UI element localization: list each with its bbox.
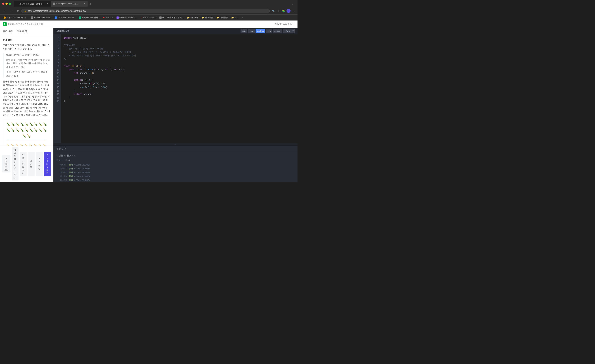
bookmark-star-icon[interactable]: ☆ [277, 9, 280, 13]
reload-button[interactable]: ↻ [15, 8, 20, 13]
add-test-button[interactable]: 테스트 케이스 추가하기 [12, 147, 19, 181]
url-text: school.programmers.co.kr/learn/courses/3… [28, 10, 86, 12]
bookmark-label-4: 커밋(commit) 날파... [82, 16, 100, 19]
bottle: 🍾 [34, 127, 38, 133]
new-tab-button[interactable]: + [88, 1, 93, 7]
left-panel: 콜라 문제 제출 내역 문제 설명 오래전 유행했던 콜라 문제가 있습니다. … [0, 28, 53, 182]
extension-icon[interactable]: 🧩 [281, 9, 286, 13]
bookmark-folder-1[interactable]: 📁 5월 채용 [185, 16, 200, 19]
bookmark-label-2: tony9402/baekjoo... [34, 16, 51, 19]
bottle: 🍾 [29, 122, 33, 127]
bottle: 🍾 [43, 127, 47, 133]
problem-content: 문제 설명 오래전 유행했던 콜라 문제가 있습니다. 콜라 문제의 지문은 다… [0, 35, 53, 146]
help-link[interactable]: 도움말 [275, 22, 282, 26]
reset-button[interactable]: 초기화 [28, 152, 35, 176]
bottle: 🍾 [43, 143, 47, 146]
compile-options-link[interactable]: 컴파일 옵션 [283, 22, 295, 26]
submit-button[interactable]: 제출 후 채점하기 [44, 152, 51, 176]
maximize-button[interactable] [9, 3, 11, 5]
test-info-1: (0.03ms, 75.8MB) [74, 164, 90, 166]
theme-sublime[interactable]: sublime [255, 29, 265, 33]
others-solution-button[interactable]: 다른 사람의 풀이 [20, 152, 27, 176]
bracket-row1 [8, 140, 45, 140]
result-tab-test[interactable]: 테스트 [65, 159, 71, 162]
theme-vim[interactable]: vim [266, 29, 272, 33]
tab-submissions[interactable]: 제출 내역 [17, 28, 27, 35]
minimize-button[interactable] [6, 3, 8, 5]
bottle: 🍾 [25, 122, 28, 127]
language-select[interactable]: Java [283, 29, 295, 33]
search-icon[interactable]: 🔍 [271, 9, 276, 13]
horizontal-resize-handle[interactable]: ≡ [54, 143, 298, 145]
bookmark-8[interactable]: 내가 보려고 정리한 정... [158, 16, 185, 19]
editor-header: Solution.java dark light sublime vim ema… [54, 28, 298, 34]
bookmark-label-folder-2: 알고리즘 [205, 16, 213, 19]
bookmark-favicon-6 [116, 16, 119, 19]
bookmark-youtube[interactable]: ▶ YouTube [102, 16, 115, 19]
header-right-actions: 도움말 컴파일 옵션 [275, 22, 295, 26]
code-editor[interactable]: 1 2 3 4 5 6 7 8 9 10 11 12 13 14 15 16 1 [54, 34, 298, 143]
breadcrumb-item-1[interactable]: 코딩테스트 연습 [8, 23, 22, 25]
bookmark-favicon-3 [55, 16, 57, 19]
theme-light[interactable]: light [248, 29, 255, 33]
breadcrumb-item-2[interactable]: 연습문제 [25, 23, 33, 25]
bookmark-label-8: 내가 보려고 정리한 정... [162, 16, 184, 19]
theme-emacs[interactable]: emacs [273, 29, 282, 33]
tab-active[interactable]: 코딩테스트 연습 - 콜라 문제 | 프로... ✕ [14, 1, 50, 7]
panels-container: 콜라 문제 제출 내역 문제 설명 오래전 유행했던 콜라 문제가 있습니다. … [0, 28, 298, 182]
tab-dropdown-button[interactable]: ⌄ [290, 1, 295, 6]
bookmark-3[interactable]: Git remote branch... [53, 16, 77, 19]
bookmark-label-1: 코딩테스트 대비를 위... [7, 16, 28, 19]
tab-2[interactable]: CodingTest_Java/프로그래머스... ✕ [51, 1, 88, 7]
back-button[interactable]: ← [2, 9, 7, 13]
bottle: 🍾 [27, 133, 31, 139]
theme-buttons: dark light sublime vim emacs Java [241, 29, 295, 33]
bottle: 🍾 [29, 127, 33, 133]
bookmark-ytmusic[interactable]: ♪ YouTube Music [139, 16, 157, 19]
test-label-4: 테스트 4 [57, 175, 67, 178]
bookmark-label-folder-3: 대외활동 [220, 16, 228, 19]
bottle: 🍾 [38, 122, 42, 127]
result-tab-accuracy[interactable]: 정확성 [57, 159, 63, 162]
bottle: 🍾 [43, 122, 47, 127]
menu-icon[interactable]: ⋮ [291, 9, 295, 13]
bookmarks-more-button[interactable]: » [241, 16, 244, 19]
bookmark-4[interactable]: 커밋(commit) 날파... [77, 16, 101, 19]
forward-button[interactable]: → [9, 9, 14, 13]
programmers-header: P 코딩테스트 연습 › 연습문제 › 콜라 문제 도움말 컴파일 옵션 [0, 21, 298, 28]
theme-dark[interactable]: dark [241, 29, 247, 33]
test-status-2: 통과 [69, 167, 73, 170]
close-button[interactable] [2, 3, 4, 5]
test-info-5: (0.03ms, 69.4MB) [74, 179, 90, 181]
bottle: 🍾 [25, 127, 28, 133]
test-status-5: 통과 [69, 179, 73, 182]
bookmark-folder-2[interactable]: 📁 알고리즘 [200, 16, 214, 19]
url-bar[interactable]: 🔒 school.programmers.co.kr/learn/courses… [21, 9, 270, 13]
result-title: 실행 결과 [57, 147, 66, 150]
profile-icon[interactable]: P [286, 9, 290, 13]
question-button[interactable]: 질문하기 (35) [2, 155, 10, 173]
run-code-button[interactable]: 코드 실행 [36, 152, 43, 176]
bookmark-folder-3[interactable]: 📁 대외활동 [215, 16, 229, 19]
problem-intro: 오래전 유행했던 콜라 문제가 있습니다. 콜라 문제의 지문은 다음과 같습니… [3, 43, 50, 51]
tab-close-1[interactable]: ✕ [47, 2, 48, 5]
tab-close-2[interactable]: ✕ [84, 2, 85, 5]
bottle: 🍾 [15, 122, 19, 127]
bookmark-6[interactable]: Discover the top s... [115, 16, 139, 19]
title-bar: 코딩테스트 연습 - 콜라 문제 | 프로... ✕ CodingTest_Ja… [0, 0, 298, 7]
breadcrumb: 코딩테스트 연습 › 연습문제 › 콜라 문제 [8, 23, 43, 25]
bookmark-folder-4[interactable]: 📁 학교 [230, 16, 240, 19]
line-numbers: 1 2 3 4 5 6 7 8 9 10 11 12 13 14 15 16 1 [54, 34, 61, 143]
address-icons: 🔍 ☆ 🧩 P ⋮ [271, 9, 295, 13]
bookmark-favicon-1 [4, 16, 6, 19]
code-content[interactable]: import java.util.*; /*알고리즘 - 콜라 개수가 빈 병 … [61, 34, 298, 143]
bookmark-2[interactable]: tony9402/baekjoo... [29, 16, 53, 19]
folder-icon-4: 📁 [231, 16, 234, 19]
bookmark-1[interactable]: 코딩테스트 대비를 위... [2, 16, 29, 19]
problem-explanation: 문제를 풀던 상빈이는 콜라 문제의 완벽한 해답을 찾았습니다. 상빈이가 푼… [3, 80, 50, 117]
tab-problem[interactable]: 콜라 문제 [3, 28, 13, 35]
bookmark-favicon-4 [79, 16, 81, 19]
test-status-4: 통과 [69, 175, 73, 178]
bottle: 🍾 [38, 143, 42, 146]
test-result-2: 테스트 2 통과 (0.01ms, 76.3MB) [57, 167, 295, 170]
